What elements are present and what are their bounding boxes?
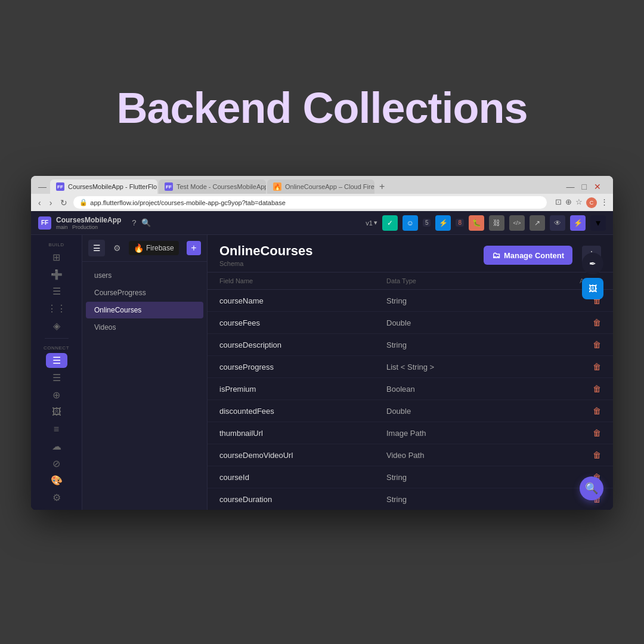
table-row: courseProgress List < String > 🗑: [208, 356, 613, 378]
lightning-btn[interactable]: ⚡: [435, 215, 451, 231]
table-row: courseDescription String 🗑: [208, 334, 613, 356]
field-name-courseprogress: courseProgress: [219, 363, 386, 371]
field-name-courseid: courseId: [219, 473, 386, 482]
more-icon[interactable]: ⋮: [600, 197, 608, 208]
tab-3[interactable]: 🔥 OnlineCourseApp – Cloud Fire... ✕: [267, 179, 374, 194]
settings-btn[interactable]: ⚙: [109, 240, 125, 256]
hero-title: Backend Collections: [0, 0, 644, 156]
data-type-header: Data Type: [386, 277, 553, 284]
field-name-discountedfees: discountedFees: [219, 407, 386, 416]
collection-item-online-courses[interactable]: OnlineCourses: [86, 302, 203, 318]
tab-1[interactable]: FF CoursesMobileApp - FlutterFlo... ✕: [50, 179, 157, 194]
schema-label: Schema: [219, 260, 312, 267]
link-btn[interactable]: ⛓: [489, 215, 504, 231]
add-collection-btn[interactable]: +: [187, 241, 201, 255]
data-title-area: OnlineCourses Schema: [219, 243, 312, 267]
browser-chrome: — FF CoursesMobileApp - FlutterFlo... ✕ …: [31, 176, 613, 211]
delete-btn-7[interactable]: 🗑: [593, 450, 601, 460]
sidebar-database-btn[interactable]: ☰: [46, 353, 67, 368]
sidebar-add-btn[interactable]: ➕: [46, 267, 67, 282]
data-type-courseid: String: [386, 473, 553, 482]
field-name-coursefees: courseFees: [219, 318, 386, 327]
share-btn[interactable]: ↗: [530, 215, 545, 231]
star-icon[interactable]: ☆: [575, 197, 583, 208]
code-btn[interactable]: </>: [509, 215, 525, 231]
app-meta: main Production: [56, 224, 121, 230]
manage-content-label: Manage Content: [504, 251, 564, 260]
version-badge[interactable]: v1 ▾: [366, 219, 377, 227]
table-row: discountedFees Double 🗑: [208, 400, 613, 422]
floating-search-btn[interactable]: 🔍: [580, 476, 603, 500]
sidebar-integrations-btn[interactable]: 🖼: [46, 405, 67, 420]
eye-btn[interactable]: 👁: [550, 215, 565, 231]
sidebar-nav-btn[interactable]: ⋮⋮: [46, 301, 67, 316]
floating-image-btn[interactable]: 🖼: [582, 278, 603, 299]
sidebar-divider: [45, 338, 69, 339]
window-restore-btn[interactable]: □: [580, 181, 589, 193]
firebase-badge[interactable]: 🔥 Firebase: [129, 241, 179, 255]
face-btn[interactable]: ☺: [402, 215, 418, 231]
field-name-courseduration: courseDuration: [219, 495, 386, 504]
tab-bar: — FF CoursesMobileApp - FlutterFlo... ✕ …: [31, 176, 613, 194]
sidebar-media-btn[interactable]: ≡: [46, 422, 67, 436]
data-type-coursedemovideo: Video Path: [386, 451, 553, 460]
delete-btn-2[interactable]: 🗑: [593, 340, 601, 349]
manage-content-icon: 🗂: [492, 250, 500, 260]
reload-button[interactable]: ↻: [58, 197, 70, 209]
add-tab-button[interactable]: +: [376, 181, 388, 192]
data-area: OnlineCourses Schema 🗂 Manage Content ⋮: [208, 235, 613, 510]
cast-icon[interactable]: ⊕: [565, 197, 572, 208]
topbar-right: v1 ▾ ✓ ☺ 5 ⚡ 8 🐛 ⛓ </> ↗ 👁 ⚡ ▾: [366, 215, 606, 231]
search-icon[interactable]: 🔍: [141, 218, 151, 227]
floating-pen-btn[interactable]: ✒: [582, 253, 603, 274]
manage-content-button[interactable]: 🗂 Manage Content: [484, 246, 572, 265]
check-btn[interactable]: ✓: [382, 215, 398, 231]
collection-item-users[interactable]: users: [86, 267, 203, 284]
collection-item-course-progress[interactable]: CourseProgress: [86, 284, 203, 301]
window-minimize[interactable]: —: [36, 181, 49, 193]
sidebar-routing-btn[interactable]: ⊘: [46, 456, 67, 471]
address-text: app.flutterflow.io/project/courses-mobil…: [90, 199, 285, 206]
expand-btn[interactable]: ▾: [590, 215, 606, 231]
window-close-btn[interactable]: ✕: [592, 181, 603, 193]
help-icon[interactable]: ?: [132, 218, 136, 227]
delete-btn-6[interactable]: 🗑: [593, 428, 601, 438]
lightning-active-btn[interactable]: ⚡: [570, 215, 586, 231]
bug-btn[interactable]: 🐛: [469, 215, 484, 231]
tab-2[interactable]: FF Test Mode - CoursesMobileApp ✕: [159, 179, 266, 194]
back-button[interactable]: ‹: [36, 197, 44, 209]
field-name-thumbnailurl: thumbnailUrl: [219, 429, 386, 438]
data-header: OnlineCourses Schema 🗂 Manage Content ⋮: [208, 235, 613, 273]
sidebar-components-btn[interactable]: ☰: [46, 284, 67, 299]
sidebar-api-btn[interactable]: ☰: [46, 370, 67, 385]
app-topbar: FF CoursesMobileApp main Production ? 🔍 …: [31, 211, 613, 235]
collections-toolbar: ☰ ⚙ 🔥 Firebase +: [82, 235, 207, 262]
data-type-ispremium: Boolean: [386, 385, 553, 394]
left-sidebar: Build ⊞ ➕ ☰ ⋮⋮ ◈ Connect ☰ ☰ ⊕ 🖼 ≡ ☁ ⊘ 🎨…: [31, 235, 82, 510]
field-name-header: Field Name: [219, 277, 386, 284]
data-type-thumbnailurl: Image Path: [386, 429, 553, 438]
window-minimize-btn[interactable]: —: [564, 181, 577, 193]
delete-btn-5[interactable]: 🗑: [593, 406, 601, 416]
delete-btn-1[interactable]: 🗑: [593, 318, 601, 327]
address-bar[interactable]: 🔒 app.flutterflow.io/project/courses-mob…: [73, 196, 547, 209]
delete-btn-3[interactable]: 🗑: [593, 362, 601, 371]
connect-label: Connect: [44, 345, 69, 351]
field-name-coursedemovideo: courseDemoVideoUrl: [219, 451, 386, 460]
sidebar-pages-btn[interactable]: ⊞: [46, 250, 67, 265]
sidebar-cloud-btn[interactable]: ☁: [46, 439, 67, 454]
forward-button[interactable]: ›: [47, 197, 55, 209]
address-bar-icons: ⊡ ⊕ ☆ C ⋮: [555, 197, 608, 208]
sidebar-theme-btn[interactable]: 🎨: [46, 473, 67, 488]
delete-btn-4[interactable]: 🗑: [593, 384, 601, 394]
table-row: courseFees Double 🗑: [208, 312, 613, 334]
data-type-coursefees: Double: [386, 318, 553, 327]
sidebar-auth-btn[interactable]: ⊕: [46, 388, 67, 402]
sidebar-assets-btn[interactable]: ◈: [46, 318, 67, 333]
bookmark-icon[interactable]: ⊡: [555, 197, 562, 208]
list-view-btn[interactable]: ☰: [88, 240, 105, 256]
collection-item-videos[interactable]: Videos: [86, 319, 203, 336]
sidebar-settings-btn[interactable]: ⚙: [46, 490, 67, 505]
table-row: courseDemoVideoUrl Video Path 🗑: [208, 444, 613, 466]
profile-icon[interactable]: C: [586, 197, 597, 208]
